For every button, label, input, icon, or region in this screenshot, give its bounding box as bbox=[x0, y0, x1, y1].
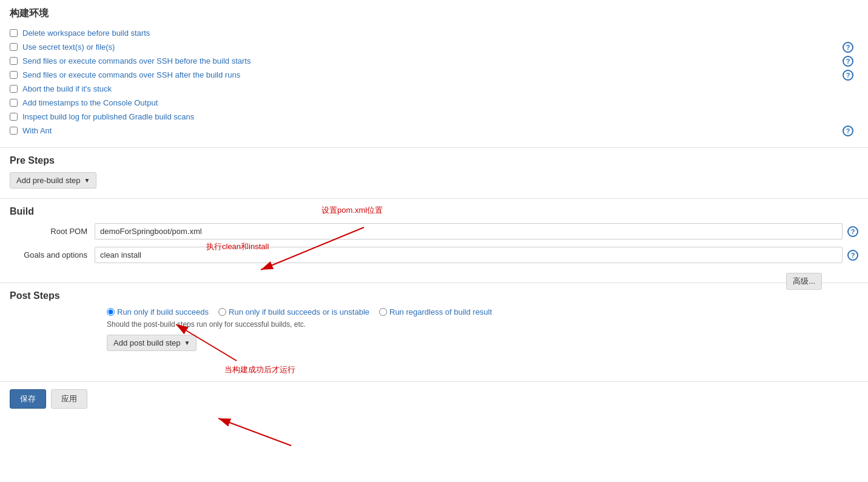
checkbox-abort-stuck[interactable] bbox=[10, 85, 18, 93]
post-steps-title: Post Steps bbox=[10, 290, 858, 301]
annotation-pom-xml: 设置pom.xml位置 bbox=[321, 205, 383, 216]
dropdown-arrow-icon: ▼ bbox=[84, 177, 90, 184]
checkbox-secret-text[interactable] bbox=[10, 43, 18, 51]
post-steps-description: Should the post-build steps run only for… bbox=[107, 320, 858, 329]
help-icon-4[interactable]: ? bbox=[843, 70, 853, 81]
checkbox-timestamps[interactable] bbox=[10, 99, 18, 107]
checkbox-label-5: Abort the build if it's stuck bbox=[22, 84, 112, 93]
save-button[interactable]: 保存 bbox=[10, 389, 46, 409]
annotation-clean-install-text: 执行clean和install bbox=[206, 242, 269, 251]
add-pre-build-step-button[interactable]: Add pre-build step ▼ bbox=[10, 172, 96, 189]
checkbox-row-3: Send files or execute commands over SSH … bbox=[10, 54, 858, 68]
checkbox-gradle[interactable] bbox=[10, 113, 18, 121]
checkbox-ssh-before[interactable] bbox=[10, 57, 18, 65]
checkbox-label-2: Use secret text(s) or file(s) bbox=[22, 42, 115, 52]
checkbox-delete-workspace[interactable] bbox=[10, 29, 18, 37]
checkbox-row-1: Delete workspace before build starts bbox=[10, 26, 858, 40]
goals-options-row: Goals and options ? bbox=[10, 247, 858, 263]
apply-button[interactable]: 应用 bbox=[51, 389, 87, 409]
add-post-build-step-button[interactable]: Add post build step ▼ bbox=[107, 335, 197, 351]
root-pom-label: Root POM bbox=[10, 227, 95, 236]
radio-group: Run only if build succeeds Run only if b… bbox=[107, 307, 858, 316]
radio-item-unstable[interactable]: Run only if build succeeds or is unstabl… bbox=[218, 307, 369, 316]
annotation-build-success: 当构建成功后才运行 bbox=[224, 364, 295, 375]
page-wrapper: 构建环境 Delete workspace before build start… bbox=[0, 0, 868, 482]
pre-steps-section: Pre Steps Add pre-build step ▼ bbox=[0, 148, 868, 199]
radio-success-only[interactable] bbox=[107, 308, 115, 316]
page-container: 构建环境 Delete workspace before build start… bbox=[0, 0, 868, 482]
post-dropdown-arrow-icon: ▼ bbox=[184, 340, 190, 346]
checkbox-label-7: Inspect build log for published Gradle b… bbox=[22, 112, 194, 121]
checkbox-label-1: Delete workspace before build starts bbox=[22, 28, 150, 38]
root-pom-help-icon[interactable]: ? bbox=[847, 226, 858, 237]
post-steps-section: Post Steps Run only if build succeeds Ru… bbox=[0, 283, 868, 382]
add-post-step-container: Add post build step ▼ bbox=[107, 335, 858, 351]
radio-unstable[interactable] bbox=[218, 308, 226, 316]
checkbox-with-ant[interactable] bbox=[10, 127, 18, 135]
checkbox-row-6: Add timestamps to the Console Output bbox=[10, 96, 858, 110]
checkbox-row-2: Use secret text(s) or file(s) ? bbox=[10, 40, 858, 54]
checkbox-label-8: With Ant bbox=[22, 126, 52, 135]
annotation-clean-install: 执行clean和install bbox=[206, 241, 269, 252]
bottom-bar: 保存 应用 bbox=[0, 382, 868, 416]
build-title: Build bbox=[10, 206, 858, 217]
checkbox-row-7: Inspect build log for published Gradle b… bbox=[10, 110, 858, 124]
checkbox-label-4: Send files or execute commands over SSH … bbox=[22, 70, 240, 79]
pre-steps-title: Pre Steps bbox=[10, 155, 858, 166]
build-env-title: 构建环境 bbox=[10, 7, 858, 20]
radio-item-success-only[interactable]: Run only if build succeeds bbox=[107, 307, 209, 316]
annotation-pom-xml-text: 设置pom.xml位置 bbox=[321, 206, 383, 215]
checkbox-label-3: Send files or execute commands over SSH … bbox=[22, 56, 251, 65]
root-pom-input[interactable] bbox=[95, 223, 843, 239]
root-pom-row: Root POM ? bbox=[10, 223, 858, 239]
goals-options-label: Goals and options bbox=[10, 250, 95, 259]
build-env-section: 构建环境 Delete workspace before build start… bbox=[0, 0, 868, 148]
radio-regardless-label: Run regardless of build result bbox=[389, 307, 492, 316]
annotation-build-success-text: 当构建成功后才运行 bbox=[224, 365, 295, 374]
radio-item-regardless[interactable]: Run regardless of build result bbox=[379, 307, 492, 316]
checkbox-ssh-after[interactable] bbox=[10, 71, 18, 79]
checkbox-row-8: With Ant ? bbox=[10, 124, 858, 138]
add-post-build-step-label: Add post build step bbox=[113, 338, 181, 347]
help-icon-3[interactable]: ? bbox=[843, 56, 853, 67]
help-icon-2[interactable]: ? bbox=[843, 42, 853, 53]
checkbox-label-6: Add timestamps to the Console Output bbox=[22, 98, 158, 107]
goals-options-help-icon[interactable]: ? bbox=[847, 250, 858, 261]
radio-regardless[interactable] bbox=[379, 308, 387, 316]
build-section: Build 设置pom.xml位置 Root POM ? Goals and o… bbox=[0, 199, 868, 283]
checkbox-row-4: Send files or execute commands over SSH … bbox=[10, 68, 858, 82]
help-icon-8[interactable]: ? bbox=[843, 126, 853, 136]
add-pre-build-step-label: Add pre-build step bbox=[16, 176, 81, 185]
radio-unstable-label: Run only if build succeeds or is unstabl… bbox=[229, 307, 369, 316]
radio-success-only-label: Run only if build succeeds bbox=[117, 307, 209, 316]
checkbox-row-5: Abort the build if it's stuck bbox=[10, 82, 858, 96]
